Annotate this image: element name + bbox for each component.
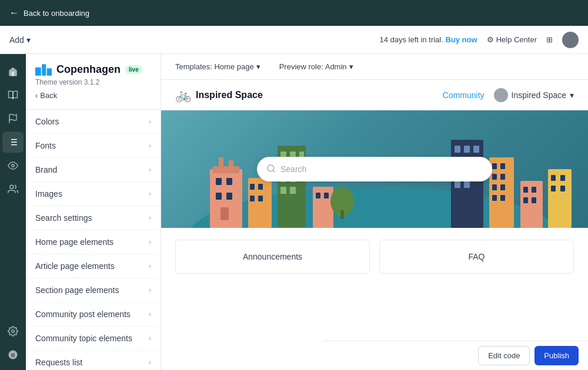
svg-rect-15 — [213, 166, 239, 173]
svg-rect-20 — [220, 207, 229, 220]
svg-rect-45 — [455, 146, 460, 153]
settings-menu-item[interactable]: Requests list› — [26, 351, 161, 370]
menu-item-label: Home page elements — [35, 237, 113, 247]
settings-menu-item[interactable]: Community post elements› — [26, 302, 161, 327]
preview-role-dropdown[interactable]: Preview role: Admin ▾ — [275, 60, 358, 73]
sidebar-icon-users[interactable] — [2, 179, 24, 200]
settings-menu-item[interactable]: Colors› — [26, 110, 161, 134]
add-button[interactable]: Add ▾ — [9, 35, 31, 45]
svg-rect-74 — [560, 186, 565, 191]
add-chevron-icon: ▾ — [26, 35, 31, 45]
menu-item-chevron-icon: › — [149, 214, 151, 222]
settings-menu-item[interactable]: Brand› — [26, 158, 161, 182]
svg-rect-61 — [492, 184, 497, 190]
trial-text: 14 days left in trial. Buy now — [379, 35, 477, 44]
menu-item-label: Fonts — [35, 141, 56, 150]
menu-item-chevron-icon: › — [149, 334, 151, 342]
templates-dropdown[interactable]: Templates: Home page ▾ — [171, 60, 265, 73]
help-center-button[interactable]: ⚙ Help Center — [487, 35, 537, 44]
category-button[interactable]: Announcements — [175, 240, 370, 274]
settings-menu: Colors›Fonts›Brand›Images›Search setting… — [26, 110, 161, 370]
svg-rect-46 — [464, 146, 470, 153]
svg-rect-27 — [258, 196, 263, 201]
svg-rect-24 — [250, 184, 255, 190]
publish-button[interactable]: Publish — [534, 346, 579, 365]
svg-point-8 — [10, 185, 14, 189]
settings-menu-item[interactable]: Article page elements› — [26, 254, 161, 278]
menu-item-chevron-icon: › — [149, 358, 151, 366]
theme-logo-icon — [35, 64, 52, 76]
category-button[interactable]: FAQ — [379, 240, 574, 274]
user-nav-name: Inspired Space — [512, 90, 566, 100]
svg-rect-63 — [492, 195, 497, 201]
menu-item-label: Search settings — [35, 213, 92, 223]
search-placeholder: Search — [280, 164, 306, 174]
svg-rect-16 — [216, 178, 222, 185]
live-badge: live — [125, 65, 142, 74]
main-container: Copenhagen live Theme version 3.1.2 ‹ Ba… — [0, 54, 588, 370]
preview-nav: 🚲 Inspired Space Community Inspired Spac… — [161, 80, 588, 110]
svg-rect-38 — [290, 187, 296, 194]
svg-point-9 — [12, 330, 15, 333]
svg-rect-58 — [500, 163, 505, 169]
menu-item-label: Article page elements — [35, 261, 115, 271]
sidebar-icon-home[interactable] — [2, 61, 24, 82]
menu-item-label: Section page elements — [35, 285, 119, 295]
apps-grid-icon[interactable]: ⊞ — [546, 35, 553, 44]
svg-rect-10 — [35, 67, 41, 75]
settings-panel: Copenhagen live Theme version 3.1.2 ‹ Ba… — [26, 54, 161, 370]
menu-item-label: Community topic elements — [35, 334, 132, 343]
svg-rect-41 — [324, 193, 329, 199]
theme-logo: Copenhagen live — [35, 63, 151, 76]
sidebar-icon-flag[interactable] — [2, 108, 24, 129]
settings-panel-header: Copenhagen live Theme version 3.1.2 ‹ Ba… — [26, 54, 161, 110]
buy-now-link[interactable]: Buy now — [445, 35, 477, 44]
templates-chevron-icon: ▾ — [256, 62, 260, 71]
back-chevron-icon: ‹ — [35, 91, 38, 100]
preview-user-avatar — [494, 88, 508, 102]
menu-item-chevron-icon: › — [149, 142, 151, 150]
menu-item-label: Colors — [35, 117, 59, 126]
svg-rect-69 — [532, 197, 536, 203]
settings-menu-item[interactable]: Images› — [26, 182, 161, 206]
sidebar-icon-book[interactable] — [2, 85, 24, 106]
community-nav-link[interactable]: Community — [443, 90, 485, 100]
menu-item-label: Images — [35, 189, 62, 199]
settings-menu-item[interactable]: Section page elements› — [26, 278, 161, 302]
sidebar-icon-zendesk[interactable] — [2, 344, 24, 365]
svg-rect-37 — [280, 187, 286, 194]
svg-rect-18 — [216, 193, 222, 200]
svg-rect-40 — [316, 193, 320, 199]
settings-menu-item[interactable]: Fonts› — [26, 134, 161, 158]
svg-rect-26 — [250, 196, 255, 201]
settings-menu-item[interactable]: Home page elements› — [26, 230, 161, 254]
menu-item-label: Requests list — [35, 358, 82, 367]
menu-item-label: Community post elements — [35, 310, 131, 319]
sidebar-icon-list[interactable] — [2, 132, 24, 153]
svg-rect-66 — [523, 187, 528, 193]
preview-role-chevron-icon: ▾ — [349, 62, 353, 71]
top-bar: ← Back to onboarding — [0, 0, 588, 26]
svg-rect-25 — [258, 184, 263, 190]
settings-menu-item[interactable]: Community topic elements› — [26, 327, 161, 351]
menu-item-chevron-icon: › — [149, 238, 151, 246]
back-arrow-icon: ← — [9, 8, 19, 18]
user-avatar[interactable] — [562, 32, 579, 48]
svg-rect-57 — [492, 163, 497, 169]
menu-item-chevron-icon: › — [149, 286, 151, 294]
svg-rect-17 — [226, 178, 232, 185]
sidebar-icon-eye[interactable] — [2, 155, 24, 176]
settings-menu-item[interactable]: Search settings› — [26, 206, 161, 230]
svg-rect-71 — [551, 175, 556, 181]
edit-code-button[interactable]: Edit code — [478, 346, 530, 365]
preview-site-name: Inspired Space — [196, 90, 263, 100]
sidebar-icon-settings[interactable] — [2, 321, 24, 342]
menu-item-chevron-icon: › — [149, 310, 151, 318]
hero-search-bar[interactable]: Search — [257, 157, 492, 181]
svg-rect-11 — [42, 64, 46, 76]
theme-name: Copenhagen — [56, 63, 121, 76]
menu-item-label: Brand — [35, 165, 57, 174]
user-nav-dropdown[interactable]: Inspired Space ▾ — [494, 88, 574, 102]
back-link[interactable]: ‹ Back — [35, 91, 151, 100]
hero-section: Search — [161, 110, 588, 228]
